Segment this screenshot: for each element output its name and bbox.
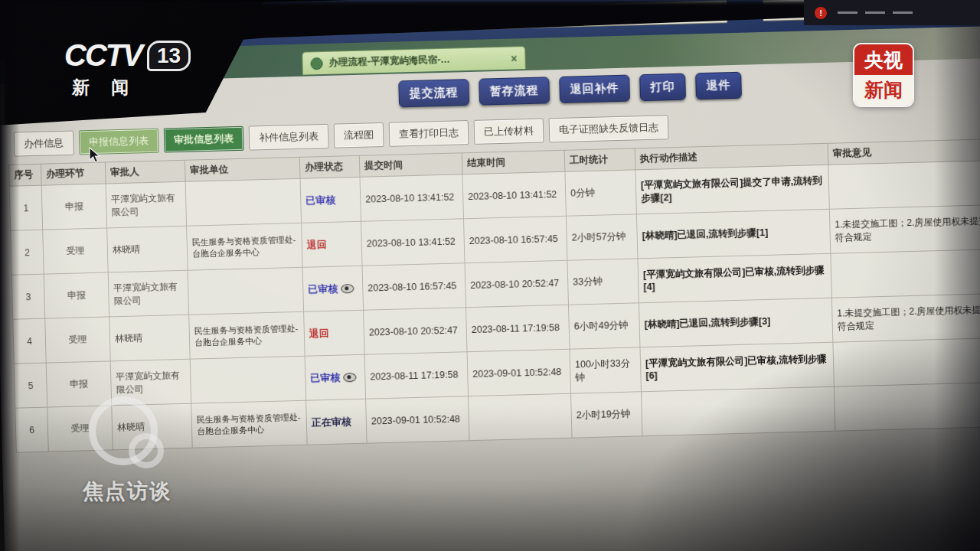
cell-submit: 2023-08-10 13:41:52 <box>360 174 463 221</box>
status-text: 已审核 <box>305 194 335 206</box>
cell-seq: 6 <box>15 407 49 452</box>
cell-end: 2023-08-10 13:41:52 <box>462 171 566 218</box>
program-watermark: 焦点访谈 <box>89 396 172 505</box>
page-content: 提交流程暂存流程退回补件打印退件 办件信息申报信息列表审批信息列表补件信息列表流… <box>0 56 980 453</box>
column-header-6: 结束时间 <box>462 150 565 174</box>
page-tab-4[interactable]: 流程图 <box>334 122 384 148</box>
background-window-fragment: ! <box>804 0 980 25</box>
cell-hours: 0分钟 <box>565 170 636 216</box>
url-dropdown-icon[interactable]: ▾ <box>701 6 706 18</box>
column-header-0: 序号 <box>8 164 41 186</box>
cell-action: [平潭宽屿文旅有限公司]提交了申请,流转到步骤[2] <box>635 165 829 214</box>
cell-hours: 6小时49分钟 <box>568 303 639 349</box>
cell-seq: 3 <box>11 274 45 319</box>
cell-approver: 林晓晴 <box>109 315 190 361</box>
watermark-text: 焦点访谈 <box>83 478 172 505</box>
reload-icon[interactable]: ⟳ <box>712 6 720 18</box>
page-tab-0[interactable]: 办件信息 <box>14 131 74 157</box>
cell-seq: 1 <box>9 185 43 230</box>
column-header-3: 审批单位 <box>185 157 300 181</box>
page-tab-5[interactable]: 查看打印日志 <box>389 120 469 147</box>
cell-end: 2023-08-10 16:57:45 <box>463 216 567 262</box>
browser-tab[interactable]: 办理流程-平潭宽屿海民宿-… × <box>302 46 526 75</box>
cell-end: 2023-08-11 17:19:58 <box>466 305 570 351</box>
watermark-logo-inner-icon <box>129 433 164 468</box>
notification-badge-icon: ! <box>815 7 827 19</box>
cell-submit: 2023-08-11 17:19:58 <box>364 352 468 399</box>
cctv-subtitle: 新闻 <box>64 76 191 99</box>
cell-seq: 4 <box>13 318 47 364</box>
cell-step: 申报 <box>44 272 109 318</box>
site-favicon <box>310 57 322 70</box>
cell-hours: 2小时57分钟 <box>566 214 637 260</box>
cell-submit: 2023-08-10 16:57:45 <box>362 263 466 310</box>
cell-submit: 2023-09-01 10:52:48 <box>366 396 469 443</box>
window-control-bars <box>838 11 913 14</box>
cell-opinion <box>834 380 980 431</box>
view-detail-eye-icon[interactable] <box>343 373 356 382</box>
cctv-news-badge: 央视 新闻 <box>854 44 913 106</box>
url-input[interactable]: …Controller.do?goHandle&runeId=FJPT20230… <box>115 0 728 39</box>
page-tab-7[interactable]: 电子证照缺失反馈日志 <box>549 115 669 142</box>
workflow-button-1[interactable]: 暂存流程 <box>479 77 550 105</box>
news-badge-top: 央视 <box>854 44 913 75</box>
cell-unit: 民生服务与资格资质管理处-台胞台企服务中心 <box>191 400 307 448</box>
cell-hours: 33分钟 <box>567 259 639 305</box>
cell-unit <box>190 356 305 403</box>
column-header-2: 审批人 <box>105 160 185 184</box>
page-tab-3[interactable]: 补件信息列表 <box>249 124 329 151</box>
cell-status: 已审核 <box>300 177 361 223</box>
cell-seq: 5 <box>14 363 47 408</box>
cell-opinion: 1.未提交施工图；2.房屋使用权未提交；3.部分大白墙不符合规定 <box>829 203 980 253</box>
url-text: …Controller.do?goHandle&runeId=FJPT20230… <box>122 7 695 34</box>
cell-approver: 平潭宽屿文旅有限公司 <box>106 181 186 228</box>
view-detail-eye-icon[interactable] <box>341 284 354 293</box>
cell-status: 退回 <box>302 221 362 267</box>
cell-end: 2023-09-01 10:52:48 <box>467 349 570 396</box>
cell-unit: 民生服务与资格资质管理处-台胞台企服务中心 <box>189 311 305 359</box>
cell-end <box>469 393 572 440</box>
cell-status: 正在审核 <box>306 399 367 445</box>
status-text: 已审核 <box>308 282 338 295</box>
cell-action: [林晓晴]已退回,流转到步骤[3] <box>639 298 832 347</box>
column-header-9: 审批意见 <box>828 137 980 165</box>
mouse-cursor-icon <box>89 147 103 167</box>
cell-unit: 民生服务与资格资质管理处-台胞台企服务中心 <box>187 223 302 270</box>
column-header-5: 提交时间 <box>359 153 462 177</box>
cell-hours: 100小时33分钟 <box>570 347 641 393</box>
cctv13-logo: CCTV 13 新闻 <box>64 38 191 99</box>
column-header-4: 办理状态 <box>299 155 360 178</box>
cell-opinion <box>831 247 980 298</box>
browser-tab-title: 办理流程-平潭宽屿海民宿-… <box>328 52 505 70</box>
workflow-button-2[interactable]: 退回补件 <box>559 75 630 103</box>
page-tab-6[interactable]: 已上传材料 <box>474 119 544 145</box>
cell-end: 2023-08-10 20:52:47 <box>465 260 568 307</box>
cell-status: 已审核 <box>305 354 365 400</box>
close-icon[interactable]: × <box>511 52 518 64</box>
cell-opinion: 1.未提交施工图；2.房屋使用权未提交；3.部分大白墙不符合规定 <box>831 292 980 342</box>
workflow-button-0[interactable]: 提交流程 <box>398 79 469 107</box>
cell-status: 已审核 <box>302 266 363 311</box>
cell-action: [林晓晴]已退回,流转到步骤[1] <box>636 209 830 259</box>
page-tab-2[interactable]: 审批信息列表 <box>164 126 244 153</box>
status-text: 退回 <box>307 238 327 250</box>
status-text: 退回 <box>309 327 329 339</box>
cell-step: 申报 <box>41 184 106 230</box>
cell-step: 受理 <box>45 317 110 363</box>
workflow-button-4[interactable]: 退件 <box>695 72 742 100</box>
cell-seq: 2 <box>11 230 44 275</box>
status-text: 已审核 <box>310 371 340 383</box>
news-badge-bottom: 新闻 <box>854 75 913 106</box>
cell-hours: 2小时19分钟 <box>571 392 642 438</box>
column-header-7: 工时统计 <box>564 148 635 171</box>
cell-unit <box>188 267 303 315</box>
cell-approver: 平潭宽屿文旅有限公司 <box>108 270 188 317</box>
cell-submit: 2023-08-10 20:52:47 <box>364 308 467 354</box>
cell-status: 退回 <box>304 310 364 356</box>
status-text: 正在审核 <box>312 416 351 428</box>
cell-opinion <box>828 158 980 209</box>
cell-opinion <box>833 336 980 386</box>
cell-submit: 2023-08-10 13:41:52 <box>361 219 465 266</box>
cctv-channel-number: 13 <box>147 41 191 71</box>
workflow-button-3[interactable]: 打印 <box>639 73 686 102</box>
